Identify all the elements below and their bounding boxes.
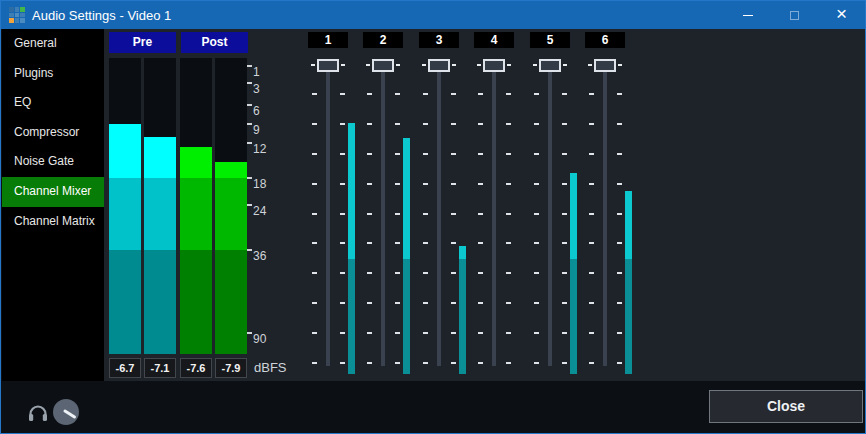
close-icon: × <box>836 0 847 28</box>
scale-label: 9 <box>247 123 277 139</box>
channel-number: 1 <box>308 32 348 48</box>
dbfs-unit-label: dBFS <box>254 360 287 375</box>
channel-slider-track[interactable] <box>437 59 441 366</box>
scale-label: 3 <box>247 82 277 98</box>
post-left-value: -7.6 <box>180 358 212 378</box>
close-button[interactable]: Close <box>709 390 863 423</box>
pre-meter-header: Pre <box>109 32 176 53</box>
channel-number: 6 <box>585 32 625 48</box>
vmix-logo-icon <box>9 7 25 23</box>
minimize-icon <box>743 15 753 16</box>
channel-slider-thumb[interactable] <box>372 59 394 72</box>
channel-strip-6: 6 <box>565 32 645 374</box>
maximize-button <box>771 1 818 29</box>
channel-slider-track[interactable] <box>492 59 496 366</box>
minimize-button[interactable] <box>724 1 771 29</box>
audio-settings-window: Audio Settings - Video 1 × General Plugi… <box>0 0 866 434</box>
slider-ticks <box>617 93 622 365</box>
slider-ticks <box>589 93 594 365</box>
post-meter-right <box>215 58 247 354</box>
channel-number: 2 <box>363 32 403 48</box>
pre-right-value: -7.1 <box>144 358 176 378</box>
scale-label: 12 <box>247 142 277 158</box>
channel-slider-thumb[interactable] <box>539 59 561 72</box>
headphones-icon[interactable] <box>28 404 48 422</box>
channel-slider-thumb[interactable] <box>594 59 616 72</box>
scale-label: 90 <box>247 332 277 348</box>
channel-number: 5 <box>530 32 570 48</box>
sidebar-item-plugins[interactable]: Plugins <box>2 59 104 89</box>
sidebar-item-noise-gate[interactable]: Noise Gate <box>2 147 104 177</box>
pre-meter-left <box>109 58 141 354</box>
scale-label: 24 <box>247 204 277 220</box>
scale-label: 36 <box>247 249 277 265</box>
scale-label: 1 <box>247 65 277 81</box>
sidebar-item-channel-mixer[interactable]: Channel Mixer <box>2 177 104 207</box>
slider-ticks <box>312 93 317 365</box>
post-meter-left <box>180 58 212 354</box>
channel-slider-thumb[interactable] <box>428 59 450 72</box>
channel-slider-thumb[interactable] <box>317 59 339 72</box>
slider-ticks <box>534 93 539 365</box>
post-right-value: -7.9 <box>215 358 247 378</box>
channel-number: 4 <box>474 32 514 48</box>
footer-bar: Close <box>2 381 866 434</box>
scale-label: 18 <box>247 177 277 193</box>
scale-label: 6 <box>247 104 277 120</box>
slider-ticks <box>423 93 428 365</box>
headphones-volume-knob[interactable] <box>53 399 79 425</box>
channel-number: 3 <box>419 32 459 48</box>
titlebar[interactable]: Audio Settings - Video 1 × <box>1 1 865 29</box>
sidebar-item-general[interactable]: General <box>2 29 104 59</box>
pre-left-value: -6.7 <box>109 358 141 378</box>
slider-ticks <box>367 93 372 365</box>
sidebar-item-channel-matrix[interactable]: Channel Matrix <box>2 207 104 237</box>
maximize-icon <box>790 11 799 20</box>
sidebar-item-compressor[interactable]: Compressor <box>2 118 104 148</box>
channel-level-meter <box>625 191 632 374</box>
channel-slider-thumb[interactable] <box>483 59 505 72</box>
channel-slider-track[interactable] <box>326 59 330 366</box>
post-meter-header: Post <box>181 32 248 53</box>
pre-meter-right <box>144 58 176 354</box>
channel-slider-track[interactable] <box>548 59 552 366</box>
channel-slider-track[interactable] <box>381 59 385 366</box>
sidebar-item-eq[interactable]: EQ <box>2 88 104 118</box>
slider-ticks <box>478 93 483 365</box>
channel-slider-track[interactable] <box>603 59 607 366</box>
settings-sidebar: General Plugins EQ Compressor Noise Gate… <box>2 29 104 381</box>
close-window-button[interactable]: × <box>818 1 865 29</box>
window-title: Audio Settings - Video 1 <box>32 8 171 23</box>
